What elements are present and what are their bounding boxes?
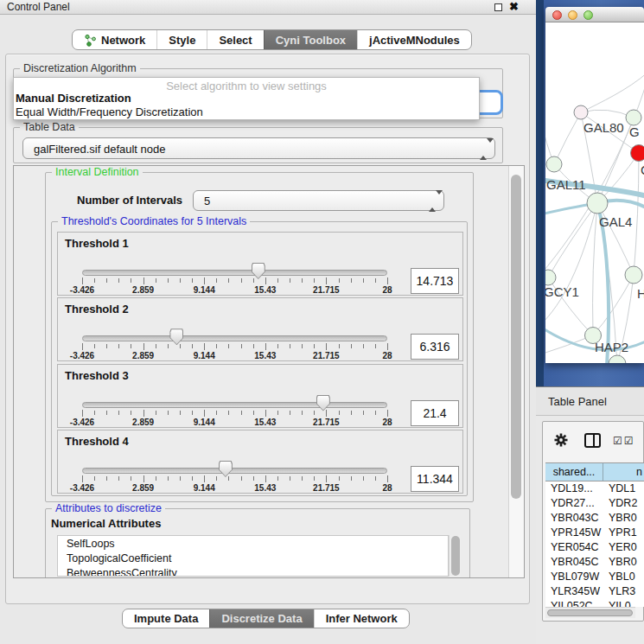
attribute-item-betweennesscentrality[interactable]: BetweennessCentrality: [67, 567, 177, 577]
table-hscrollbar-thumb[interactable]: [547, 609, 633, 616]
node-label: GAL11: [546, 177, 586, 192]
attribute-item-selfloops[interactable]: SelfLoops: [67, 538, 115, 550]
gear-icon[interactable]: [553, 432, 569, 448]
float-window-icon[interactable]: [494, 3, 502, 11]
close-traffic-light-icon[interactable]: [552, 10, 562, 20]
settings-scrollbar[interactable]: [508, 166, 524, 577]
number-of-intervals-combobox[interactable]: 5: [193, 190, 444, 211]
slider-handle[interactable]: [219, 461, 233, 477]
network-node-h[interactable]: [625, 266, 642, 284]
table-row[interactable]: YDR27...YDR2: [545, 496, 644, 511]
cell-shared-name: YBL079W: [551, 571, 599, 583]
cell-name: YPR1: [609, 526, 637, 539]
table-data-group-title: Table Data: [20, 121, 79, 133]
cell-shared-name: YDL19...: [551, 482, 593, 494]
slider-track[interactable]: [82, 270, 387, 276]
cell-name: YDL1: [609, 482, 635, 494]
network-edge[interactable]: [581, 73, 644, 112]
settings-scrollbar-thumb[interactable]: [511, 175, 521, 499]
column-header-shared[interactable]: shared...: [545, 462, 603, 481]
cell-name: YBL0: [609, 571, 635, 583]
threshold-value-field[interactable]: 6.316: [411, 334, 459, 360]
network-edge[interactable]: [593, 275, 634, 335]
network-edge[interactable]: [554, 112, 581, 164]
combo-stepper-icon[interactable]: [480, 143, 488, 155]
slider-track[interactable]: [82, 402, 387, 408]
show-columns-icon[interactable]: [584, 433, 601, 448]
tick-label: 21.715: [313, 351, 340, 360]
network-window-titlebar[interactable]: [545, 7, 644, 22]
column-header-name[interactable]: n: [603, 462, 644, 481]
network-node-gal4[interactable]: [587, 193, 608, 214]
attribute-item-topologicalcoefficient[interactable]: TopologicalCoefficient: [67, 552, 171, 564]
table-row[interactable]: YER054CYER0: [545, 540, 644, 555]
cell-shared-name: YLR345W: [551, 585, 600, 597]
network-node-gal80[interactable]: [574, 105, 588, 119]
network-node-gal11[interactable]: [546, 156, 562, 172]
algorithm-option-manual-discretization[interactable]: Manual Discretization: [16, 92, 131, 105]
table-row[interactable]: YLR345WYLR3: [545, 584, 644, 599]
numerical-attributes-list[interactable]: SelfLoopsTopologicalCoefficientBetweenne…: [57, 535, 449, 577]
network-node-c[interactable]: [631, 145, 644, 162]
tab-style[interactable]: Style: [156, 30, 207, 49]
tick-label: 9.144: [194, 483, 215, 493]
table-row[interactable]: YBR043CYBR0: [545, 511, 644, 526]
network-edge[interactable]: [548, 203, 597, 277]
network-edge[interactable]: [634, 153, 639, 275]
cell-shared-name: YBR043C: [551, 512, 599, 524]
slider-handle[interactable]: [252, 263, 265, 279]
network-edge[interactable]: [593, 203, 597, 335]
table-row[interactable]: YBL079WYBL0: [545, 570, 644, 584]
table-hscrollbar[interactable]: [545, 607, 635, 618]
network-node[interactable]: [609, 355, 626, 363]
zoom-traffic-light-icon[interactable]: [583, 10, 593, 20]
combo-stepper-icon[interactable]: [429, 194, 437, 207]
tab-jactivemnodules[interactable]: jActiveMNodules: [357, 30, 471, 49]
tab-label: Network: [101, 34, 145, 47]
close-icon[interactable]: ✖: [509, 0, 519, 14]
screen: Control Panel ✖ NetworkStyleSelectCyni T…: [0, 0, 644, 644]
node-table[interactable]: YDL19...YDL1YDR27...YDR2YBR043CYBR0YPR14…: [545, 481, 644, 607]
minimize-traffic-light-icon[interactable]: [568, 10, 577, 20]
node-label: C: [641, 163, 644, 177]
table-row[interactable]: YIL052CYIL0: [545, 599, 644, 607]
tab-discretize-data[interactable]: Discretize Data: [209, 609, 313, 628]
table-row[interactable]: YPR145WYPR1: [545, 526, 644, 540]
algorithm-option-equal-width-frequency-discretization[interactable]: Equal Width/Frequency Discretization: [16, 105, 203, 118]
threshold-value-field[interactable]: 11.344: [411, 466, 459, 492]
network-node-g[interactable]: [626, 110, 641, 125]
network-canvas[interactable]: GAL80GCGAL11GAL4GCY1HHAP2: [545, 22, 644, 363]
table-row[interactable]: YDL19...YDL1: [545, 481, 644, 496]
tab-impute-data[interactable]: Impute Data: [123, 609, 209, 628]
table-row[interactable]: YBR045CYBR0: [545, 555, 644, 570]
tab-infer-network[interactable]: Infer Network: [314, 609, 409, 628]
node-label: GAL4: [599, 214, 632, 229]
slider-track[interactable]: [82, 335, 387, 341]
control-panel-titlebar: Control Panel ✖: [0, 0, 536, 15]
slider-track[interactable]: [82, 468, 387, 474]
network-edge[interactable]: [545, 205, 587, 214]
threshold-value-field[interactable]: 21.4: [411, 400, 459, 426]
settings-scrollpane: Interval Definition Number of Intervals …: [13, 165, 525, 578]
slider-handle[interactable]: [169, 328, 183, 345]
node-label: GCY1: [545, 284, 579, 299]
threshold-value-field[interactable]: 14.713: [411, 268, 459, 294]
network-edge[interactable]: [545, 203, 597, 325]
table-data-combobox[interactable]: galFiltered.sif default node: [22, 137, 495, 159]
threshold-label: Threshold 1: [65, 237, 129, 250]
control-panel: Control Panel ✖ NetworkStyleSelectCyni T…: [0, 0, 536, 644]
select-columns-icon[interactable]: ☑☑: [613, 435, 635, 447]
attributes-list-scrollbar[interactable]: [449, 535, 461, 577]
slider-handle[interactable]: [316, 395, 330, 411]
tab-select[interactable]: Select: [207, 30, 263, 49]
tab-label: Cyni Toolbox: [276, 34, 346, 47]
network-icon: [84, 34, 97, 47]
threshold-panel-4: Threshold 4-3.4262.8599.14415.4321.71528…: [57, 430, 463, 494]
network-node-gcy1[interactable]: [545, 270, 556, 285]
tab-cyni-toolbox[interactable]: Cyni Toolbox: [264, 30, 357, 49]
interval-definition-group-title: Interval Definition: [52, 166, 143, 178]
cell-shared-name: YIL052C: [551, 600, 593, 607]
tab-network[interactable]: Network: [73, 30, 156, 49]
cell-name: YIL0: [609, 600, 631, 607]
node-label: H: [637, 286, 644, 301]
